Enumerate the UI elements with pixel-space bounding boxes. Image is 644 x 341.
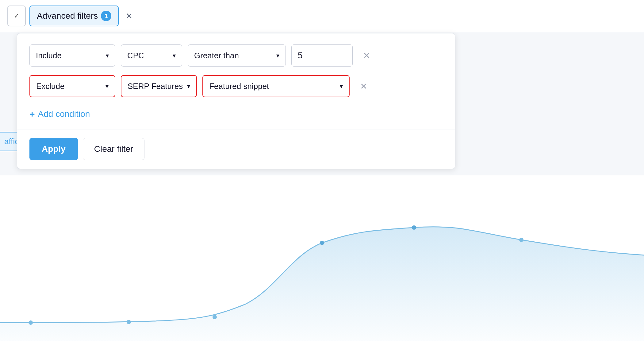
serp-features-select[interactable]: SERP Features ▾ bbox=[121, 75, 197, 97]
gt-chevron-icon: ▾ bbox=[276, 52, 279, 59]
cpc-select-value: CPC bbox=[127, 51, 144, 60]
filter-panel-inner: Include ▾ CPC ▾ Greater than ▾ ✕ bbox=[17, 33, 455, 129]
row2-close-icon: ✕ bbox=[360, 81, 367, 91]
clear-label: Clear filter bbox=[94, 144, 133, 154]
filter-panel: Include ▾ CPC ▾ Greater than ▾ ✕ bbox=[17, 33, 455, 169]
cpc-select[interactable]: CPC ▾ bbox=[121, 44, 182, 67]
exclude-select-value: Exclude bbox=[36, 82, 65, 91]
advanced-filters-button[interactable]: Advanced filters 1 bbox=[29, 6, 119, 26]
add-condition-label: Add condition bbox=[38, 109, 90, 119]
chart-point bbox=[412, 225, 416, 230]
row2-close-button[interactable]: ✕ bbox=[358, 79, 370, 94]
chart-area bbox=[0, 175, 644, 341]
close-icon: ✕ bbox=[126, 11, 132, 21]
apply-button[interactable]: Apply bbox=[29, 138, 78, 160]
toolbar: ✓ Advanced filters 1 ✕ bbox=[0, 0, 644, 32]
chart-point bbox=[213, 315, 217, 319]
cpc-chevron-icon: ▾ bbox=[173, 52, 176, 59]
serp-select-value: SERP Features bbox=[128, 82, 183, 91]
chart-svg bbox=[0, 175, 644, 341]
value-input[interactable] bbox=[291, 44, 353, 67]
row1-close-button[interactable]: ✕ bbox=[361, 48, 373, 63]
panel-actions: Apply Clear filter bbox=[17, 129, 455, 169]
check-button[interactable]: ✓ bbox=[7, 6, 26, 26]
include-select[interactable]: Include ▾ bbox=[29, 44, 115, 67]
apply-label: Apply bbox=[42, 144, 66, 154]
filter-row-1: Include ▾ CPC ▾ Greater than ▾ ✕ bbox=[29, 44, 443, 67]
chart-point bbox=[29, 320, 33, 325]
filter-count-badge: 1 bbox=[101, 11, 111, 21]
chart-point bbox=[320, 241, 324, 245]
close-advanced-filters-button[interactable]: ✕ bbox=[122, 9, 136, 23]
include-select-value: Include bbox=[36, 51, 62, 60]
featured-chevron-icon: ▾ bbox=[340, 82, 343, 90]
add-condition-button[interactable]: + Add condition bbox=[29, 106, 90, 129]
plus-icon: + bbox=[29, 109, 35, 119]
clear-filter-button[interactable]: Clear filter bbox=[83, 138, 145, 160]
featured-snippet-select[interactable]: Featured snippet ▾ bbox=[202, 75, 350, 97]
serp-chevron-icon: ▾ bbox=[187, 82, 190, 90]
chart-point bbox=[519, 238, 523, 242]
advanced-filters-label: Advanced filters bbox=[37, 11, 98, 21]
greater-than-select[interactable]: Greater than ▾ bbox=[188, 44, 286, 67]
filter-row-2: Exclude ▾ SERP Features ▾ Featured snipp… bbox=[29, 75, 443, 97]
page-wrapper: ✓ Advanced filters 1 ✕ Include ▾ CPC ▾ bbox=[0, 0, 644, 341]
exclude-select[interactable]: Exclude ▾ bbox=[29, 75, 115, 97]
featured-select-value: Featured snippet bbox=[209, 82, 269, 91]
row1-close-icon: ✕ bbox=[363, 51, 370, 61]
gt-select-value: Greater than bbox=[194, 51, 239, 60]
exclude-chevron-icon: ▾ bbox=[105, 82, 109, 90]
include-chevron-icon: ▾ bbox=[106, 52, 109, 59]
chart-point bbox=[127, 320, 131, 324]
